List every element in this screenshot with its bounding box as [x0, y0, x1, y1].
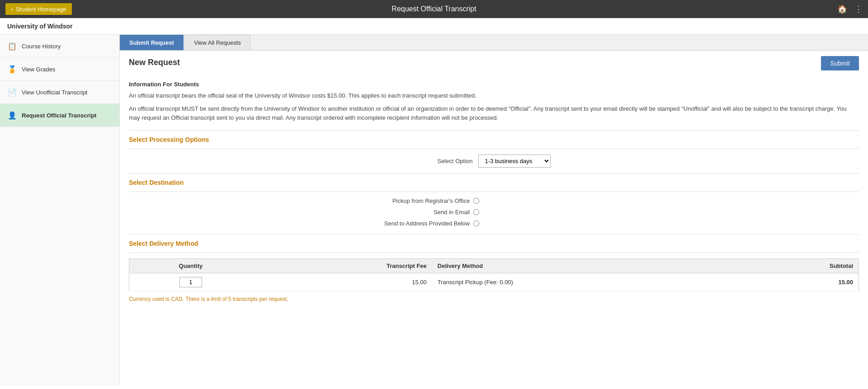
col-header-transcript-fee: Transcript Fee	[252, 259, 432, 273]
cell-quantity	[129, 273, 252, 291]
university-name: University of Windsor	[0, 18, 868, 35]
request-official-transcript-icon: 👤	[7, 110, 17, 120]
destination-address-row: Send to Address Provided Below	[384, 220, 479, 227]
layout: 📋 Course History 🏅 View Grades 📄 View Un…	[0, 35, 868, 385]
new-request-title: New Request	[129, 58, 180, 67]
delivery-section-header: Select Delivery Method	[129, 240, 859, 247]
destination-address-label: Send to Address Provided Below	[384, 220, 470, 227]
destination-pickup-label: Pickup from Registrar's Office	[392, 197, 470, 204]
processing-option-label: Select Option	[437, 158, 472, 164]
view-unofficial-transcript-icon: 📄	[7, 87, 17, 97]
divider-2	[129, 149, 859, 149]
back-button-label: Student Homepage	[16, 6, 66, 13]
sidebar: 📋 Course History 🏅 View Grades 📄 View Un…	[0, 35, 120, 385]
col-header-delivery-method: Delivery Method	[432, 259, 737, 273]
delivery-table: Quantity Transcript Fee Delivery Method …	[129, 258, 859, 291]
tab-view-all-requests[interactable]: View All Requests	[184, 35, 250, 50]
cell-transcript-fee: 15.00	[252, 273, 432, 291]
sidebar-item-course-history[interactable]: 📋 Course History	[0, 35, 119, 58]
processing-section-header: Select Processing Options	[129, 136, 859, 143]
info-text-1: An official transcript bears the officia…	[129, 91, 859, 101]
menu-icon[interactable]: ⋮	[854, 4, 863, 14]
sidebar-item-view-unofficial-transcript[interactable]: 📄 View Unofficial Transcript	[0, 81, 119, 104]
destination-options: Pickup from Registrar's Office Send in E…	[129, 197, 859, 227]
info-for-students-title: Information For Students	[129, 80, 859, 89]
col-header-subtotal: Subtotal	[737, 259, 859, 273]
sidebar-item-label: View Unofficial Transcript	[22, 89, 87, 96]
divider-1	[129, 130, 859, 131]
delivery-table-header-row: Quantity Transcript Fee Delivery Method …	[129, 259, 859, 273]
currency-note: Currency used is CAD. There is a limit o…	[129, 296, 859, 302]
processing-select[interactable]: 1-3 business days Rush (1 business day)	[478, 155, 551, 168]
destination-address-radio[interactable]	[473, 220, 479, 226]
home-icon[interactable]: 🏠	[837, 4, 847, 14]
sidebar-item-label: Course History	[22, 43, 61, 50]
delivery-table-head: Quantity Transcript Fee Delivery Method …	[129, 259, 859, 273]
destination-email-radio[interactable]	[473, 209, 479, 215]
topbar-title: Request Official Transcript	[392, 5, 476, 13]
submit-button[interactable]: Submit	[821, 56, 859, 70]
back-arrow-icon: ‹	[11, 5, 13, 13]
divider-3	[129, 173, 859, 173]
sidebar-item-label: View Grades	[22, 66, 55, 73]
col-header-quantity: Quantity	[129, 259, 252, 273]
divider-4	[129, 192, 859, 192]
delivery-table-body: 15.00 Transcript Pickup (Fee: 0.00) 15.0…	[129, 273, 859, 291]
processing-row: Select Option 1-3 business days Rush (1 …	[129, 155, 859, 168]
destination-pickup-radio[interactable]	[473, 198, 479, 204]
table-row: 15.00 Transcript Pickup (Fee: 0.00) 15.0…	[129, 273, 859, 291]
destination-pickup-row: Pickup from Registrar's Office	[392, 197, 479, 204]
sidebar-item-view-grades[interactable]: 🏅 View Grades	[0, 58, 119, 81]
topbar: ‹ Student Homepage Request Official Tran…	[0, 0, 868, 18]
course-history-icon: 📋	[7, 41, 17, 51]
tab-submit-request[interactable]: Submit Request	[120, 35, 184, 50]
topbar-right: 🏠 ⋮	[837, 4, 863, 14]
back-button[interactable]: ‹ Student Homepage	[5, 3, 72, 15]
cell-delivery-method: Transcript Pickup (Fee: 0.00)	[432, 273, 737, 291]
divider-6	[129, 253, 859, 253]
sidebar-item-request-official-transcript[interactable]: 👤 Request Official Transcript	[0, 104, 119, 127]
quantity-input[interactable]	[179, 277, 202, 287]
divider-5	[129, 234, 859, 234]
tabs: Submit Request View All Requests	[120, 35, 868, 51]
info-section: Information For Students An official tra…	[129, 80, 859, 123]
cell-subtotal: 15.00	[737, 273, 859, 291]
sidebar-item-label: Request Official Transcript	[22, 112, 96, 119]
view-grades-icon: 🏅	[7, 64, 17, 74]
destination-email-row: Send in Email	[434, 209, 479, 216]
info-text-2: An official transcript MUST be sent dire…	[129, 104, 859, 123]
destination-email-label: Send in Email	[434, 209, 470, 216]
main-content: Submit Request View All Requests New Req…	[120, 35, 868, 385]
content-area: New Request Submit Information For Stude…	[120, 51, 868, 309]
destination-section-header: Select Destination	[129, 179, 859, 186]
topbar-left: ‹ Student Homepage	[5, 3, 72, 15]
